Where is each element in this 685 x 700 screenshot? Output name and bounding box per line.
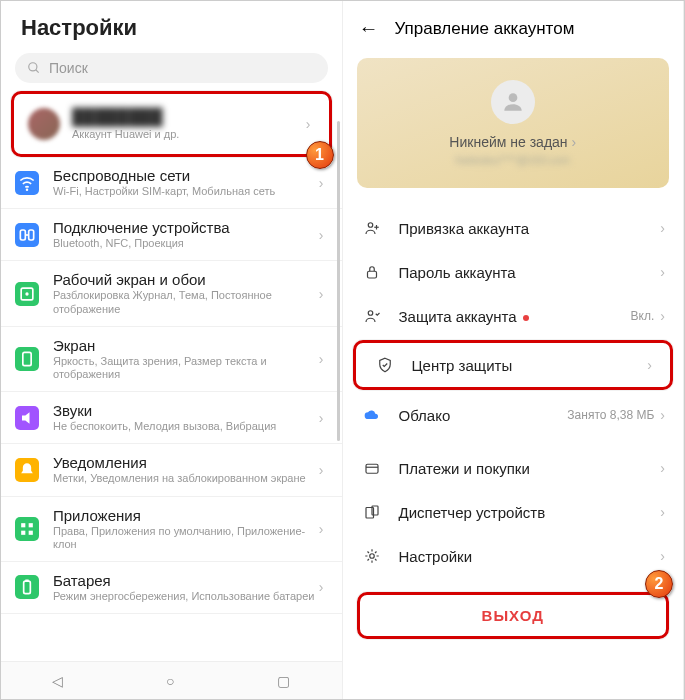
row-sub: Яркость, Защита зрения, Размер текста и … (53, 355, 319, 381)
svg-rect-19 (367, 271, 376, 278)
row-title: Уведомления (53, 454, 319, 471)
svg-rect-11 (21, 530, 25, 534)
chevron-right-icon: › (306, 116, 311, 132)
profile-card[interactable]: Никнейм не задан › hwtesteu****@163.com (357, 58, 670, 188)
account-row[interactable]: Пароль аккаунта › (343, 250, 684, 294)
row-label: Настройки (399, 548, 661, 565)
row-icon (361, 459, 383, 477)
settings-screen: Настройки Поиск ████████ Аккаунт Huawei … (1, 1, 343, 699)
row-sub: Bluetooth, NFC, Проекция (53, 237, 319, 250)
settings-list: Беспроводные сети Wi-Fi, Настройки SIM-к… (1, 157, 342, 661)
svg-rect-9 (21, 523, 25, 527)
nav-recent-icon[interactable]: ▢ (277, 673, 290, 689)
row-sub: Метки, Уведомления на заблокированном эк… (53, 472, 319, 485)
row-label: Пароль аккаунта (399, 264, 661, 281)
chevron-right-icon: › (660, 460, 665, 476)
chevron-right-icon: › (319, 410, 324, 426)
avatar (28, 108, 60, 140)
row-label: Облако (399, 407, 568, 424)
settings-row[interactable]: Беспроводные сети Wi-Fi, Настройки SIM-к… (1, 157, 342, 209)
nav-back-icon[interactable]: ◁ (52, 673, 63, 689)
row-title: Приложения (53, 507, 319, 524)
back-icon[interactable]: ← (359, 17, 379, 40)
settings-row[interactable]: Рабочий экран и обои Разблокировка Журна… (1, 261, 342, 326)
account-screen: ← Управление аккаунтом Никнейм не задан … (343, 1, 685, 699)
row-label: Защита аккаунта (399, 308, 631, 325)
row-icon (15, 347, 39, 371)
row-title: Рабочий экран и обои (53, 271, 319, 288)
svg-point-2 (26, 188, 29, 191)
row-title: Подключение устройства (53, 219, 319, 236)
row-sub: Режим энергосбережения, Использование ба… (53, 590, 319, 603)
settings-row[interactable]: Уведомления Метки, Уведомления на заблок… (1, 444, 342, 496)
chevron-right-icon: › (660, 264, 665, 280)
nav-bar: ◁ ○ ▢ (1, 661, 342, 699)
callout-badge-2: 2 (645, 570, 673, 598)
account-row[interactable]: ████████ Аккаунт Huawei и др. › (11, 91, 332, 157)
row-title: Экран (53, 337, 319, 354)
settings-row[interactable]: Экран Яркость, Защита зрения, Размер тек… (1, 327, 342, 392)
row-sub: Не беспокоить, Мелодия вызова, Вибрация (53, 420, 319, 433)
svg-rect-21 (366, 464, 378, 473)
scrollbar[interactable] (337, 121, 340, 441)
row-icon (15, 171, 39, 195)
row-icon (361, 503, 383, 521)
chevron-right-icon: › (319, 286, 324, 302)
row-value: Занято 8,38 МБ (567, 408, 654, 422)
chevron-right-icon: › (660, 220, 665, 236)
nav-home-icon[interactable]: ○ (166, 673, 174, 689)
chevron-right-icon: › (660, 548, 665, 564)
account-row[interactable]: Привязка аккаунта › (343, 206, 684, 250)
settings-row[interactable]: Батарея Режим энергосбережения, Использо… (1, 562, 342, 614)
svg-rect-8 (23, 352, 31, 365)
row-value: Вкл. (631, 309, 655, 323)
account-row[interactable]: Платежи и покупки › (343, 446, 684, 490)
chevron-right-icon: › (660, 407, 665, 423)
settings-row[interactable]: Подключение устройства Bluetooth, NFC, П… (1, 209, 342, 261)
row-label: Диспетчер устройств (399, 504, 661, 521)
security-center-row[interactable]: Центр защиты › (353, 340, 674, 390)
svg-rect-10 (29, 523, 33, 527)
search-input[interactable]: Поиск (15, 53, 328, 83)
shield-icon (374, 356, 396, 374)
chevron-right-icon: › (319, 521, 324, 537)
svg-point-16 (368, 223, 373, 228)
row-icon (15, 406, 39, 430)
row-title: Звуки (53, 402, 319, 419)
chevron-right-icon: › (319, 227, 324, 243)
row-icon (15, 458, 39, 482)
svg-line-1 (36, 70, 39, 73)
row-sub: Права, Приложения по умолчанию, Приложен… (53, 525, 319, 551)
chevron-right-icon: › (647, 357, 652, 373)
chevron-right-icon: › (319, 351, 324, 367)
svg-point-20 (368, 311, 373, 316)
account-email: hwtesteu****@163.com (455, 154, 570, 166)
chevron-right-icon: › (319, 462, 324, 478)
svg-rect-3 (20, 230, 25, 240)
chevron-right-icon: › (660, 308, 665, 324)
settings-row[interactable]: Приложения Права, Приложения по умолчани… (1, 497, 342, 562)
svg-point-7 (25, 292, 28, 295)
cloud-icon (361, 405, 383, 425)
row-title: Батарея (53, 572, 319, 589)
svg-point-25 (369, 554, 374, 559)
row-icon (361, 219, 383, 237)
logout-button[interactable]: ВЫХОД (357, 592, 670, 639)
alert-dot-icon (523, 315, 529, 321)
row-icon (15, 575, 39, 599)
cloud-row[interactable]: Облако Занято 8,38 МБ › (343, 392, 684, 438)
svg-rect-4 (29, 230, 34, 240)
row-icon (361, 547, 383, 565)
account-row[interactable]: Защита аккаунта Вкл. › (343, 294, 684, 338)
svg-rect-14 (25, 580, 28, 582)
account-row[interactable]: Настройки › (343, 534, 684, 578)
row-label: Привязка аккаунта (399, 220, 661, 237)
row-label: Центр защиты (412, 357, 648, 374)
row-icon (15, 223, 39, 247)
account-row[interactable]: Диспетчер устройств › (343, 490, 684, 534)
chevron-right-icon: › (319, 175, 324, 191)
settings-row[interactable]: Звуки Не беспокоить, Мелодия вызова, Виб… (1, 392, 342, 444)
avatar (491, 80, 535, 124)
page-title: Настройки (1, 1, 342, 53)
header: ← Управление аккаунтом (343, 1, 684, 52)
